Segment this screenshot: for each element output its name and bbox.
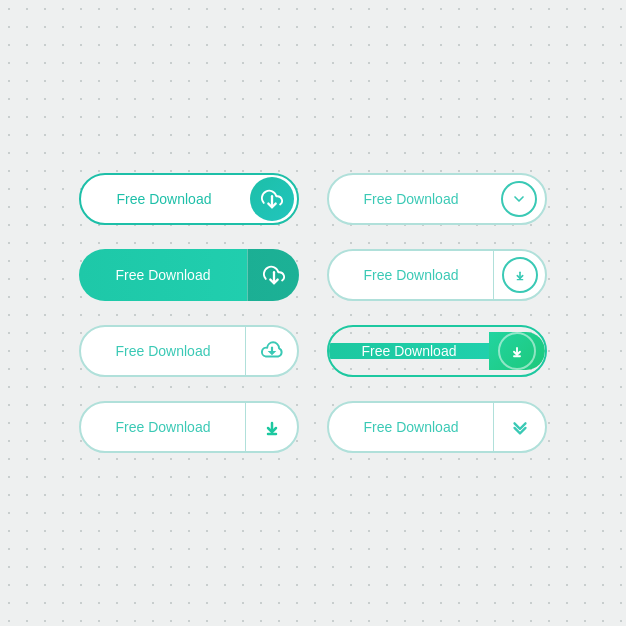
btn7-icon <box>245 401 297 453</box>
btn1-label: Free Download <box>81 191 247 207</box>
btn7-label: Free Download <box>81 419 245 435</box>
btn3[interactable]: Free Download <box>79 249 299 301</box>
btn5[interactable]: Free Download <box>79 325 299 377</box>
btn6[interactable]: Free Download <box>327 325 547 377</box>
btn8[interactable]: Free Download <box>327 401 547 453</box>
btn1[interactable]: Free Download <box>79 173 299 225</box>
btn2[interactable]: Free Download <box>327 173 547 225</box>
btn5-icon <box>245 325 297 377</box>
btn4[interactable]: Free Download <box>327 249 547 301</box>
btn7[interactable]: Free Download <box>79 401 299 453</box>
btn5-label: Free Download <box>81 343 245 359</box>
btn3-icon <box>247 249 299 301</box>
button-grid: Free Download Free Download Free Downloa… <box>59 153 567 473</box>
btn8-label: Free Download <box>329 419 493 435</box>
btn1-icon <box>250 177 294 221</box>
btn2-label: Free Download <box>329 191 493 207</box>
btn8-icon <box>493 401 545 453</box>
btn4-icon <box>493 249 545 301</box>
btn6-label: Free Download <box>329 343 489 359</box>
btn6-icon <box>489 332 545 370</box>
btn4-label: Free Download <box>329 267 493 283</box>
btn3-label: Free Download <box>79 267 247 283</box>
btn2-icon <box>493 173 545 225</box>
